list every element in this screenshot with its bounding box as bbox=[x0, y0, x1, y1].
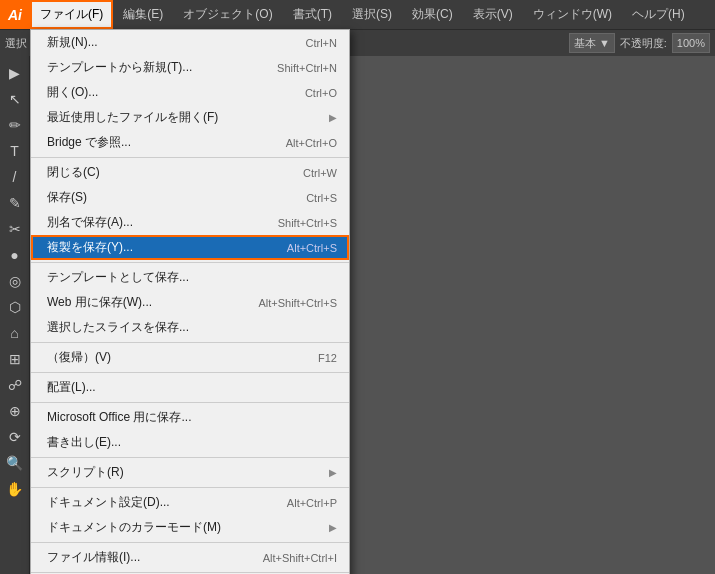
ellipse-tool[interactable]: ◎ bbox=[3, 269, 27, 293]
menu-file-file-info-label: ファイル情報(I)... bbox=[47, 549, 140, 566]
separator-after-bridge bbox=[31, 157, 349, 158]
menu-item-type[interactable]: 書式(T) bbox=[283, 0, 342, 29]
menu-file-place-label: 配置(L)... bbox=[47, 379, 96, 396]
style-dropdown[interactable]: 基本 ▼ bbox=[569, 33, 615, 53]
separator-after-scripts bbox=[31, 487, 349, 488]
main-area: ▶↖✏T/✎✂●◎⬡⌂⊞☍⊕⟳🔍✋ Bridge 7735 新規(N)...Ct… bbox=[0, 56, 715, 574]
opacity-value: 100% bbox=[677, 37, 705, 49]
menu-file-save-as[interactable]: 別名で保存(A)...Shift+Ctrl+S bbox=[31, 210, 349, 235]
menu-file-save-template-label: テンプレートとして保存... bbox=[47, 269, 189, 286]
menu-file-save-label: 保存(S) bbox=[47, 189, 87, 206]
menu-file-save-selected-label: 選択したスライスを保存... bbox=[47, 319, 189, 336]
menu-file-doc-settings-shortcut: Alt+Ctrl+P bbox=[287, 497, 337, 509]
menu-file-open-label: 開く(O)... bbox=[47, 84, 98, 101]
menu-file-scripts[interactable]: スクリプト(R)▶ bbox=[31, 460, 349, 485]
menu-file-save-copy-shortcut: Alt+Ctrl+S bbox=[287, 242, 337, 254]
menu-file-doc-settings-label: ドキュメント設定(D)... bbox=[47, 494, 170, 511]
menu-file-save-web-label: Web 用に保存(W)... bbox=[47, 294, 152, 311]
line-tool[interactable]: / bbox=[3, 165, 27, 189]
polygon-tool[interactable]: ⬡ bbox=[3, 295, 27, 319]
menu-bar: Ai ファイル(F)編集(E)オブジェクト(O)書式(T)選択(S)効果(C)表… bbox=[0, 0, 715, 29]
menu-file-save-copy[interactable]: 複製を保存(Y)...Alt+Ctrl+S bbox=[31, 235, 349, 260]
menu-file-save[interactable]: 保存(S)Ctrl+S bbox=[31, 185, 349, 210]
menu-item-file[interactable]: ファイル(F) bbox=[30, 0, 113, 29]
rotate-tool[interactable]: ⟳ bbox=[3, 425, 27, 449]
menu-file-new-label: 新規(N)... bbox=[47, 34, 98, 51]
scissors-tool[interactable]: ✂ bbox=[3, 217, 27, 241]
pen-tool[interactable]: ✏ bbox=[3, 113, 27, 137]
file-dropdown-menu: 新規(N)...Ctrl+Nテンプレートから新規(T)...Shift+Ctrl… bbox=[30, 29, 350, 574]
menu-item-view[interactable]: 表示(V) bbox=[463, 0, 523, 29]
menu-file-save-as-label: 別名で保存(A)... bbox=[47, 214, 133, 231]
menu-file-doc-settings[interactable]: ドキュメント設定(D)...Alt+Ctrl+P bbox=[31, 490, 349, 515]
menu-file-revert[interactable]: （復帰）(V)F12 bbox=[31, 345, 349, 370]
direct-select-tool[interactable]: ↖ bbox=[3, 87, 27, 111]
menu-file-doc-color-mode-label: ドキュメントのカラーモード(M) bbox=[47, 519, 221, 536]
opacity-dropdown[interactable]: 100% bbox=[672, 33, 710, 53]
menu-file-bridge-shortcut: Alt+Ctrl+O bbox=[286, 137, 337, 149]
menu-file-open-recent[interactable]: 最近使用したファイルを開く(F)▶ bbox=[31, 105, 349, 130]
style-arrow-icon: ▼ bbox=[599, 37, 610, 49]
menu-file-ms-office[interactable]: Microsoft Office 用に保存... bbox=[31, 405, 349, 430]
menu-file-revert-label: （復帰）(V) bbox=[47, 349, 111, 366]
menu-file-file-info[interactable]: ファイル情報(I)...Alt+Shift+Ctrl+I bbox=[31, 545, 349, 570]
menu-file-save-shortcut: Ctrl+S bbox=[306, 192, 337, 204]
menu-file-close-label: 閉じる(C) bbox=[47, 164, 100, 181]
separator-after-save-copy bbox=[31, 262, 349, 263]
gradient-tool[interactable]: ⊞ bbox=[3, 347, 27, 371]
zoom-tool[interactable]: 🔍 bbox=[3, 451, 27, 475]
menu-file-ms-office-label: Microsoft Office 用に保存... bbox=[47, 409, 191, 426]
style-value: 基本 bbox=[574, 36, 596, 51]
separator-after-doc-color-mode bbox=[31, 542, 349, 543]
menu-item-select[interactable]: 選択(S) bbox=[342, 0, 402, 29]
menu-file-bridge-label: Bridge で参照... bbox=[47, 134, 131, 151]
menu-item-object[interactable]: オブジェクト(O) bbox=[173, 0, 282, 29]
menu-file-doc-color-mode[interactable]: ドキュメントのカラーモード(M)▶ bbox=[31, 515, 349, 540]
hand-tool[interactable]: ✋ bbox=[3, 477, 27, 501]
pencil-tool[interactable]: ✎ bbox=[3, 191, 27, 215]
paintbrush-tool[interactable]: ⌂ bbox=[3, 321, 27, 345]
separator-after-place bbox=[31, 402, 349, 403]
menu-file-open-recent-label: 最近使用したファイルを開く(F) bbox=[47, 109, 218, 126]
menu-file-save-copy-label: 複製を保存(Y)... bbox=[47, 239, 133, 256]
menu-file-open-recent-arrow-icon: ▶ bbox=[329, 112, 337, 123]
blend-tool[interactable]: ☍ bbox=[3, 373, 27, 397]
menu-file-open[interactable]: 開く(O)...Ctrl+O bbox=[31, 80, 349, 105]
type-tool[interactable]: T bbox=[3, 139, 27, 163]
menu-file-new-template[interactable]: テンプレートから新規(T)...Shift+Ctrl+N bbox=[31, 55, 349, 80]
menu-file-save-selected[interactable]: 選択したスライスを保存... bbox=[31, 315, 349, 340]
menu-file-save-web[interactable]: Web 用に保存(W)...Alt+Shift+Ctrl+S bbox=[31, 290, 349, 315]
separator-after-export bbox=[31, 457, 349, 458]
menu-file-export-label: 書き出し(E)... bbox=[47, 434, 121, 451]
menu-file-bridge[interactable]: Bridge で参照...Alt+Ctrl+O bbox=[31, 130, 349, 155]
shape-tool[interactable]: ● bbox=[3, 243, 27, 267]
select-tool[interactable]: ▶ bbox=[3, 61, 27, 85]
left-toolbar: ▶↖✏T/✎✂●◎⬡⌂⊞☍⊕⟳🔍✋ bbox=[0, 56, 30, 574]
menu-file-close[interactable]: 閉じる(C)Ctrl+W bbox=[31, 160, 349, 185]
menu-file-new-template-label: テンプレートから新規(T)... bbox=[47, 59, 192, 76]
menu-file-new-shortcut: Ctrl+N bbox=[306, 37, 337, 49]
ai-logo: Ai bbox=[0, 0, 30, 29]
menu-file-revert-shortcut: F12 bbox=[318, 352, 337, 364]
menu-file-save-template[interactable]: テンプレートとして保存... bbox=[31, 265, 349, 290]
menu-file-new-template-shortcut: Shift+Ctrl+N bbox=[277, 62, 337, 74]
select-label: 選択 bbox=[5, 36, 27, 51]
menu-file-doc-color-mode-arrow-icon: ▶ bbox=[329, 522, 337, 533]
menu-file-save-as-shortcut: Shift+Ctrl+S bbox=[278, 217, 337, 229]
menu-file-scripts-label: スクリプト(R) bbox=[47, 464, 124, 481]
separator-after-file-info bbox=[31, 572, 349, 573]
opacity-label: 不透明度: bbox=[620, 36, 667, 51]
menu-item-edit[interactable]: 編集(E) bbox=[113, 0, 173, 29]
separator-after-save-selected bbox=[31, 342, 349, 343]
menu-file-place[interactable]: 配置(L)... bbox=[31, 375, 349, 400]
menu-item-window[interactable]: ウィンドウ(W) bbox=[523, 0, 622, 29]
menu-item-effect[interactable]: 効果(C) bbox=[402, 0, 463, 29]
menu-file-close-shortcut: Ctrl+W bbox=[303, 167, 337, 179]
menu-file-scripts-arrow-icon: ▶ bbox=[329, 467, 337, 478]
menu-file-export[interactable]: 書き出し(E)... bbox=[31, 430, 349, 455]
menu-file-save-web-shortcut: Alt+Shift+Ctrl+S bbox=[258, 297, 337, 309]
menu-file-new[interactable]: 新規(N)...Ctrl+N bbox=[31, 30, 349, 55]
menu-file-file-info-shortcut: Alt+Shift+Ctrl+I bbox=[263, 552, 337, 564]
menu-item-help[interactable]: ヘルプ(H) bbox=[622, 0, 695, 29]
eyedropper-tool[interactable]: ⊕ bbox=[3, 399, 27, 423]
